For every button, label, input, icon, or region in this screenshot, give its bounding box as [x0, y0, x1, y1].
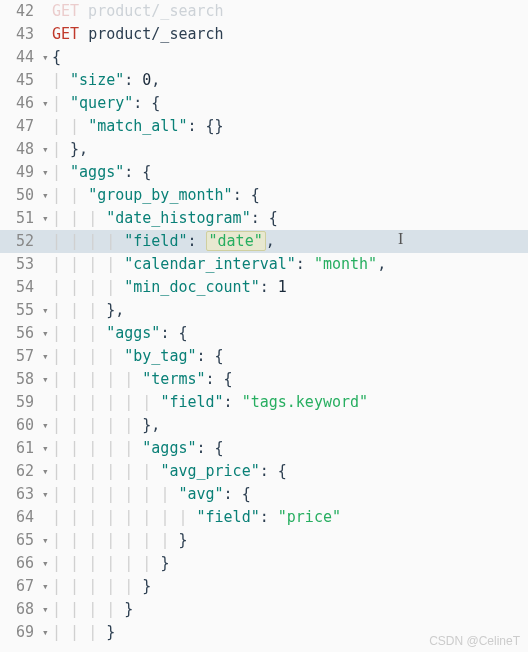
code-line[interactable]: 42GET product/_search	[0, 0, 528, 23]
fold-toggle-icon[interactable]: ▾	[42, 414, 52, 437]
fold-toggle-icon[interactable]: ▾	[42, 322, 52, 345]
fold-toggle-icon	[42, 69, 52, 92]
code-content[interactable]: | | | | | },	[52, 414, 160, 437]
code-content[interactable]: | | | | "by_tag": {	[52, 345, 224, 368]
code-line[interactable]: 49▾| "aggs": {	[0, 161, 528, 184]
fold-toggle-icon	[42, 253, 52, 276]
line-number: 45	[0, 69, 42, 92]
code-line[interactable]: 68▾| | | | }	[0, 598, 528, 621]
line-number: 51	[0, 207, 42, 230]
line-number: 63	[0, 483, 42, 506]
code-content[interactable]: | "query": {	[52, 92, 160, 115]
line-number: 42	[0, 0, 42, 23]
code-line[interactable]: 53| | | | "calendar_interval": "month",	[0, 253, 528, 276]
code-line[interactable]: 44▾{	[0, 46, 528, 69]
line-number: 50	[0, 184, 42, 207]
code-content[interactable]: | | | },	[52, 299, 124, 322]
code-line[interactable]: 67▾| | | | | }	[0, 575, 528, 598]
code-content[interactable]: | | | | | | | | "field": "price"	[52, 506, 341, 529]
line-number: 56	[0, 322, 42, 345]
code-line[interactable]: 57▾| | | | "by_tag": {	[0, 345, 528, 368]
code-content[interactable]: | | "group_by_month": {	[52, 184, 260, 207]
fold-toggle-icon[interactable]: ▾	[42, 598, 52, 621]
code-content[interactable]: | | | }	[52, 621, 115, 644]
fold-toggle-icon[interactable]: ▾	[42, 368, 52, 391]
line-number: 55	[0, 299, 42, 322]
line-number: 43	[0, 23, 42, 46]
line-number: 66	[0, 552, 42, 575]
code-line[interactable]: 63▾| | | | | | | "avg": {	[0, 483, 528, 506]
line-number: 57	[0, 345, 42, 368]
code-content[interactable]: | "size": 0,	[52, 69, 160, 92]
code-content[interactable]: | | | | }	[52, 598, 133, 621]
code-line[interactable]: 52| | | | "field": "date",	[0, 230, 528, 253]
text-cursor-icon: I	[398, 230, 403, 248]
line-number: 61	[0, 437, 42, 460]
fold-toggle-icon[interactable]: ▾	[42, 92, 52, 115]
code-content[interactable]: | | | | | | "field": "tags.keyword"	[52, 391, 368, 414]
fold-toggle-icon[interactable]: ▾	[42, 299, 52, 322]
code-content[interactable]: | | | "date_histogram": {	[52, 207, 278, 230]
code-line[interactable]: 48▾| },	[0, 138, 528, 161]
code-line[interactable]: 54| | | | "min_doc_count": 1	[0, 276, 528, 299]
line-number: 47	[0, 115, 42, 138]
code-line[interactable]: 60▾| | | | | },	[0, 414, 528, 437]
code-line[interactable]: 55▾| | | },	[0, 299, 528, 322]
code-content[interactable]: | | | | | "terms": {	[52, 368, 233, 391]
code-content[interactable]: | "aggs": {	[52, 161, 151, 184]
fold-toggle-icon	[42, 276, 52, 299]
line-number: 64	[0, 506, 42, 529]
code-line[interactable]: 45| "size": 0,	[0, 69, 528, 92]
code-content[interactable]: | | | | | | | }	[52, 529, 187, 552]
code-content[interactable]: | | | | "min_doc_count": 1	[52, 276, 287, 299]
line-number: 69	[0, 621, 42, 644]
code-line[interactable]: 43GET product/_search	[0, 23, 528, 46]
line-number: 44	[0, 46, 42, 69]
fold-toggle-icon[interactable]: ▾	[42, 138, 52, 161]
fold-toggle-icon[interactable]: ▾	[42, 529, 52, 552]
code-line[interactable]: 58▾| | | | | "terms": {	[0, 368, 528, 391]
fold-toggle-icon[interactable]: ▾	[42, 575, 52, 598]
code-line[interactable]: 66▾| | | | | | }	[0, 552, 528, 575]
code-content[interactable]: | | | | "field": "date",	[52, 230, 275, 253]
fold-toggle-icon[interactable]: ▾	[42, 184, 52, 207]
code-line[interactable]: 46▾| "query": {	[0, 92, 528, 115]
fold-toggle-icon[interactable]: ▾	[42, 621, 52, 644]
fold-toggle-icon[interactable]: ▾	[42, 437, 52, 460]
fold-toggle-icon[interactable]: ▾	[42, 345, 52, 368]
code-content[interactable]: | | | | | | | "avg": {	[52, 483, 251, 506]
code-line[interactable]: 51▾| | | "date_histogram": {	[0, 207, 528, 230]
code-content[interactable]: | },	[52, 138, 88, 161]
fold-toggle-icon[interactable]: ▾	[42, 552, 52, 575]
code-editor[interactable]: 42GET product/_search43GET product/_sear…	[0, 0, 528, 644]
code-content[interactable]: | | | "aggs": {	[52, 322, 187, 345]
fold-toggle-icon[interactable]: ▾	[42, 460, 52, 483]
fold-toggle-icon[interactable]: ▾	[42, 46, 52, 69]
fold-toggle-icon[interactable]: ▾	[42, 161, 52, 184]
code-line[interactable]: 47| | "match_all": {}	[0, 115, 528, 138]
line-number: 65	[0, 529, 42, 552]
code-line[interactable]: 64| | | | | | | | "field": "price"	[0, 506, 528, 529]
code-content[interactable]: GET product/_search	[52, 23, 224, 46]
code-content[interactable]: | | | | "calendar_interval": "month",	[52, 253, 386, 276]
code-content[interactable]: | | | | | }	[52, 575, 151, 598]
code-line[interactable]: 50▾| | "group_by_month": {	[0, 184, 528, 207]
code-line[interactable]: 56▾| | | "aggs": {	[0, 322, 528, 345]
code-line[interactable]: 61▾| | | | | "aggs": {	[0, 437, 528, 460]
code-content[interactable]: | | "match_all": {}	[52, 115, 224, 138]
line-number: 58	[0, 368, 42, 391]
line-number: 68	[0, 598, 42, 621]
code-content[interactable]: | | | | | "aggs": {	[52, 437, 224, 460]
code-line[interactable]: 65▾| | | | | | | }	[0, 529, 528, 552]
code-content[interactable]: GET product/_search	[52, 0, 224, 23]
line-number: 49	[0, 161, 42, 184]
fold-toggle-icon[interactable]: ▾	[42, 483, 52, 506]
fold-toggle-icon	[42, 23, 52, 46]
code-line[interactable]: 62▾| | | | | | "avg_price": {	[0, 460, 528, 483]
code-line[interactable]: 59| | | | | | "field": "tags.keyword"	[0, 391, 528, 414]
line-number: 60	[0, 414, 42, 437]
fold-toggle-icon[interactable]: ▾	[42, 207, 52, 230]
code-content[interactable]: | | | | | | }	[52, 552, 169, 575]
code-content[interactable]: {	[52, 46, 61, 69]
code-content[interactable]: | | | | | | "avg_price": {	[52, 460, 287, 483]
